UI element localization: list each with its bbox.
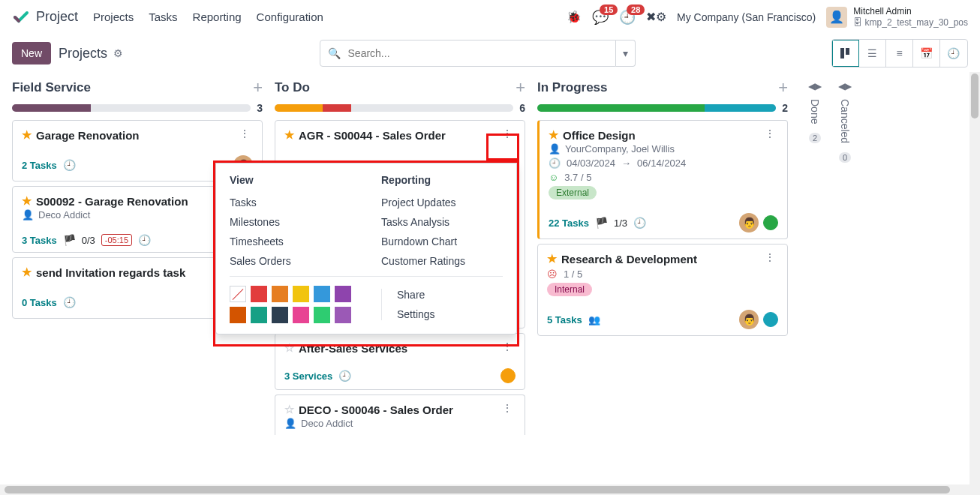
star-icon[interactable]: ★: [22, 194, 32, 208]
dd-tasks-analysis[interactable]: Tasks Analysis: [381, 216, 503, 228]
card-kebab[interactable]: ⋮: [762, 128, 778, 139]
color-swatch[interactable]: [293, 307, 309, 323]
clock-icon[interactable]: 🕘: [63, 159, 76, 171]
nav-reporting[interactable]: Reporting: [193, 10, 242, 23]
column-canceled-folded[interactable]: ◀▶ Canceled 0: [830, 78, 860, 484]
dd-sales-orders[interactable]: Sales Orders: [230, 255, 351, 267]
color-none[interactable]: [230, 286, 246, 302]
color-swatch[interactable]: [314, 286, 330, 302]
card-kebab[interactable]: ⋮: [236, 128, 253, 139]
nav-tasks[interactable]: Tasks: [149, 10, 177, 23]
search-box[interactable]: 🔍: [320, 40, 616, 67]
clock-icon[interactable]: 🕘: [633, 217, 646, 229]
tasks-link[interactable]: 3 Tasks: [22, 235, 57, 246]
avatar-icon[interactable]: 👨: [739, 213, 759, 232]
view-activity-button[interactable]: 🕘: [940, 40, 967, 67]
dd-burndown[interactable]: Burndown Chart: [381, 236, 503, 248]
nav-configuration[interactable]: Configuration: [257, 10, 323, 23]
flag-icon[interactable]: 🏴: [595, 217, 608, 229]
column-title: Canceled: [839, 99, 851, 143]
company-switcher[interactable]: My Company (San Francisco): [677, 11, 816, 23]
clock-icon[interactable]: 🕘: [138, 234, 151, 246]
column-add-button[interactable]: +: [516, 78, 525, 98]
star-icon[interactable]: ☆: [284, 403, 294, 416]
avatar-icon[interactable]: 👨: [739, 310, 759, 329]
color-swatch[interactable]: [335, 286, 351, 302]
color-swatch[interactable]: [335, 307, 351, 323]
card-kebab[interactable]: ⋮: [499, 403, 516, 413]
card-context-menu: View Tasks Milestones Timesheets Sales O…: [215, 163, 517, 334]
clock-icon[interactable]: 🕘: [338, 370, 351, 382]
dd-tasks[interactable]: Tasks: [230, 196, 351, 208]
color-swatch[interactable]: [272, 307, 288, 323]
color-swatch[interactable]: [314, 307, 330, 323]
breadcrumb-title[interactable]: Projects: [59, 46, 107, 62]
status-circle[interactable]: [763, 312, 778, 327]
clock-icon[interactable]: 🕘: [63, 296, 76, 308]
dd-customer-ratings[interactable]: Customer Ratings: [381, 255, 503, 267]
dd-view-header: View: [230, 174, 351, 186]
user-menu[interactable]: 👤 Mitchell Admin 🗄 kmp_2_test_may_30_pos: [826, 6, 968, 28]
gear-icon[interactable]: ⚙: [113, 47, 123, 59]
card-office-design[interactable]: ★Office Design ⋮ 👤YourCompany, Joel Will…: [537, 120, 788, 239]
star-icon[interactable]: ★: [22, 266, 32, 279]
tools-icon[interactable]: ✖⚙: [646, 10, 666, 24]
dd-share[interactable]: Share: [397, 289, 435, 301]
dd-project-updates[interactable]: Project Updates: [381, 196, 503, 208]
vertical-scrollbar[interactable]: [969, 72, 980, 484]
star-icon[interactable]: ★: [547, 252, 557, 266]
card-kebab[interactable]: ⋮: [762, 252, 778, 262]
bug-icon[interactable]: 🐞: [567, 10, 582, 24]
column-title: To Do: [275, 80, 310, 95]
card-research-dev[interactable]: ★Research & Development ⋮ ☹ 1 / 5 Intern…: [537, 244, 788, 336]
expand-icon: ◀▶: [838, 81, 852, 92]
tasks-link[interactable]: 22 Tasks: [549, 218, 589, 229]
column-progress[interactable]: [537, 104, 776, 112]
color-swatch[interactable]: [293, 286, 309, 302]
flag-icon[interactable]: 🏴: [63, 234, 76, 246]
nav-projects[interactable]: Projects: [93, 10, 134, 23]
column-progress[interactable]: [275, 104, 513, 112]
activities-count: 28: [627, 4, 645, 15]
column-title: Field Service: [12, 80, 91, 95]
view-list-button[interactable]: ☰: [859, 40, 886, 67]
view-form-button[interactable]: ≡: [886, 40, 913, 67]
dd-timesheets[interactable]: Timesheets: [230, 236, 351, 248]
app-name[interactable]: Project: [36, 9, 78, 25]
status-circle[interactable]: [763, 215, 778, 230]
groups-icon[interactable]: 👥: [588, 314, 600, 326]
color-swatch[interactable]: [272, 286, 288, 302]
column-add-button[interactable]: +: [253, 78, 263, 98]
search-input[interactable]: [348, 47, 608, 59]
star-icon[interactable]: ★: [22, 128, 32, 142]
color-swatch[interactable]: [251, 286, 267, 302]
search-options-button[interactable]: ▾: [616, 40, 636, 67]
activities-button[interactable]: 🕘 28: [619, 9, 636, 26]
app-logo-icon[interactable]: [12, 8, 30, 26]
new-button[interactable]: New: [12, 42, 51, 64]
tasks-link[interactable]: 0 Tasks: [22, 297, 57, 308]
dd-milestones[interactable]: Milestones: [230, 216, 351, 228]
messages-button[interactable]: 💬 15: [592, 9, 609, 26]
tasks-link[interactable]: 5 Tasks: [547, 314, 582, 326]
tasks-link[interactable]: 2 Tasks: [22, 160, 57, 171]
star-icon[interactable]: ★: [549, 128, 558, 142]
services-link[interactable]: 3 Services: [284, 370, 332, 382]
star-icon[interactable]: ★: [284, 128, 294, 142]
status-circle[interactable]: [501, 368, 516, 383]
rating-value: 3.7 / 5: [564, 172, 591, 183]
view-kanban-button[interactable]: [832, 40, 859, 67]
color-swatch[interactable]: [251, 307, 267, 323]
card-kebab[interactable]: ⋮: [499, 341, 516, 352]
star-icon[interactable]: ☆: [284, 341, 294, 355]
column-add-button[interactable]: +: [778, 78, 788, 98]
card-kebab[interactable]: ⋮: [499, 128, 516, 139]
column-progress[interactable]: [12, 104, 251, 112]
color-swatch[interactable]: [230, 307, 246, 323]
card-deco-s00046[interactable]: ☆DECO - S00046 - Sales Order ⋮ 👤Deco Add…: [275, 394, 525, 435]
card-after-sales[interactable]: ☆After-Sales Services ⋮ 3 Services 🕘: [275, 333, 525, 390]
horizontal-scrollbar[interactable]: [0, 484, 980, 495]
view-calendar-button[interactable]: 📅: [913, 40, 940, 67]
dd-settings[interactable]: Settings: [397, 308, 435, 320]
column-done-folded[interactable]: ◀▶ Done 2: [800, 78, 830, 484]
